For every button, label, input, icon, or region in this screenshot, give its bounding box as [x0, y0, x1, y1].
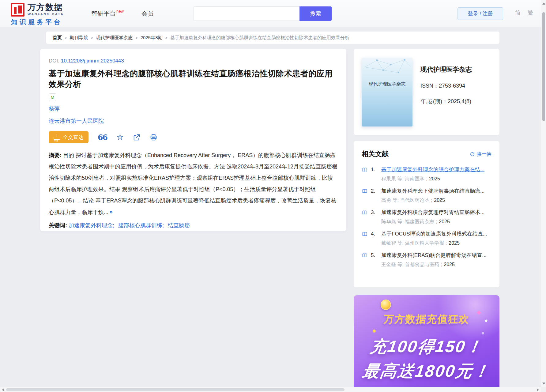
keywords-row: 关键词: 加速康复外科理念; 腹部核心肌群训练; 结直肠癌: [49, 222, 338, 229]
related-literature-card: 相关文献 换一换 1. 基于加速康复外科理念的综合护理方案在结... 程果果 等…: [354, 141, 499, 287]
related-item-number: 3.: [371, 209, 378, 216]
related-item-number: 5.: [371, 252, 378, 258]
search-input[interactable]: [194, 6, 299, 21]
related-item-meta: 高勇 等; 当代医药论丛 ;: [381, 198, 432, 203]
banner-offer-line1: 充100得150！: [354, 336, 499, 358]
related-item: 2. 加速康复外科理念下健脾解毒汤在结直肠癌... 高勇 等; 当代医药论丛 ;…: [362, 187, 491, 204]
abstract-label: 摘要:: [49, 152, 62, 158]
keywords-label: 关键词:: [49, 222, 67, 228]
scroll-up-arrow[interactable]: [542, 2, 545, 5]
related-item-link[interactable]: 加速康复外科理念下健脾解毒汤在结直肠癌...: [381, 187, 484, 194]
nav-member[interactable]: 会员: [141, 9, 154, 18]
wanfang-logo[interactable]: 万方数据 WANFANG DATA 知识服务平台: [11, 3, 64, 26]
volume-label: 年,卷(期)：: [420, 98, 448, 104]
gold-coin-icon: [381, 300, 391, 310]
new-badge: new: [116, 9, 124, 13]
related-item-year: 2025: [429, 176, 440, 181]
scroll-left-arrow[interactable]: [2, 388, 4, 391]
confetti-dot: [482, 332, 484, 334]
share-icon[interactable]: [133, 134, 141, 141]
book-icon: [362, 252, 368, 258]
related-item-year: 2025: [449, 240, 460, 246]
scroll-down-arrow[interactable]: [542, 383, 545, 385]
expand-abstract-icon[interactable]: »: [106, 210, 117, 214]
wanfang-logo-icon: [11, 3, 24, 17]
favorite-star-icon[interactable]: ☆: [116, 133, 124, 141]
cite-icon[interactable]: 66: [98, 133, 107, 142]
related-item-meta: 程果果 等; 海南医学 ;: [381, 176, 427, 181]
vertical-scrollbar[interactable]: [541, 0, 546, 392]
lang-traditional[interactable]: 繁: [528, 9, 533, 17]
lang-divider: [524, 10, 524, 16]
article-card: DOI: 10.12208/j.jmnm.20250443 基于加速康复外科理念…: [40, 49, 346, 231]
author-link[interactable]: 杨萍: [49, 105, 338, 112]
breadcrumb-journal-nav[interactable]: 期刊导航: [70, 35, 88, 41]
refresh-related-button[interactable]: 换一换: [470, 151, 491, 157]
journal-name[interactable]: 现代护理医学杂志: [420, 65, 472, 74]
book-icon: [362, 167, 368, 173]
medlive-badge[interactable]: M: [49, 93, 56, 101]
lang-simplified[interactable]: 简: [515, 9, 521, 17]
related-item-number: 1.: [371, 167, 378, 173]
fulltext-button[interactable]: ↓ free 全文直达: [49, 131, 88, 143]
nav-zhiyan-platform[interactable]: 智研平台new: [91, 9, 123, 18]
brand-name: 万方数据: [28, 3, 64, 12]
doi-link[interactable]: 10.12208/j.jmnm.20250443: [61, 58, 124, 64]
abstract-text: 摘要: 目的 探讨基于加速康复外科理念（Enhanced Recovery Af…: [49, 150, 338, 218]
recharge-promo-banner[interactable]: 万方数据充值狂欢 充100得150！ 最高送1800元！: [354, 295, 499, 392]
horizontal-scroll-thumb[interactable]: [6, 388, 345, 391]
brand-tagline: 知识服务平台: [11, 18, 64, 26]
related-item: 5. 加速康复外科(ERAS)联合健脾解毒汤在结直... 王金磊 等; 首都食品…: [362, 252, 491, 268]
breadcrumb-journal[interactable]: 现代护理医学杂志: [96, 35, 133, 41]
breadcrumb-separator: >: [65, 36, 67, 40]
related-item-link[interactable]: 基于加速康复外科理念的综合护理方案在结...: [381, 166, 484, 173]
related-item-link[interactable]: 加速康复外科(ERAS)联合健脾解毒汤在结直...: [381, 252, 487, 259]
related-item: 4. 基于FOCUS理论的加速康复外科模式在结直... 戴敏智 等; 温州医科大…: [362, 230, 491, 247]
search-box: 搜索: [194, 6, 332, 21]
breadcrumb-separator: >: [91, 36, 93, 40]
related-item-meta: 王金磊 等; 首都食品与医药 ;: [381, 262, 442, 267]
breadcrumb-separator: >: [135, 36, 138, 40]
refresh-icon: [470, 152, 475, 157]
article-title: 基于加速康复外科理念的腹部核心肌群训练在结直肠癌根治性切除术患者的应用效果分析: [49, 68, 338, 90]
book-icon: [362, 188, 368, 194]
related-item-number: 4.: [371, 231, 378, 237]
free-download-icon: ↓ free: [54, 134, 60, 141]
brand-name-en: WANFANG DATA: [28, 12, 64, 16]
breadcrumb-separator: >: [165, 36, 168, 40]
related-item: 1. 基于加速康复外科理念的综合护理方案在结... 程果果 等; 海南医学 ;2…: [362, 166, 491, 182]
vertical-scroll-thumb[interactable]: [542, 12, 545, 121]
keyword-link[interactable]: 腹部核心肌群训练;: [118, 222, 164, 228]
confetti-dot: [373, 330, 376, 333]
related-item-year: 2025: [444, 262, 455, 267]
doi-label: DOI:: [49, 58, 59, 64]
keyword-link[interactable]: 结直肠癌: [168, 222, 190, 228]
related-item-year: 2025: [434, 198, 445, 203]
breadcrumb-issue[interactable]: 2025年8期: [141, 35, 163, 41]
book-icon: [362, 231, 368, 237]
banner-title: 万方数据充值狂欢: [354, 312, 499, 326]
journal-cover[interactable]: 现代护理医学杂志: [362, 58, 412, 126]
scroll-right-arrow[interactable]: [537, 388, 539, 391]
print-icon[interactable]: [150, 134, 157, 141]
horizontal-scrollbar[interactable]: [0, 387, 541, 392]
related-item: 3. 加速康复外科联合康复理疗对胃结直肠癌术... 陈华燕 等; 福建医药杂志 …: [362, 209, 491, 225]
book-icon: [362, 209, 368, 216]
login-register-button[interactable]: 登录 / 注册: [458, 7, 503, 20]
journal-card: 现代护理医学杂志 现代护理医学杂志 ISSN：2753-6394 年,卷(期)：…: [354, 49, 499, 135]
related-title: 相关文献: [362, 149, 389, 159]
search-button[interactable]: 搜索: [299, 6, 332, 21]
affiliation-link[interactable]: 连云港市第一人民医院: [49, 117, 338, 125]
keyword-link[interactable]: 加速康复外科理念;: [69, 222, 114, 228]
scrollbar-corner: [541, 387, 546, 392]
related-item-link[interactable]: 加速康复外科联合康复理疗对胃结直肠癌术...: [381, 209, 484, 216]
volume-value: 2025,4(8): [448, 98, 471, 104]
banner-offer-line2: 最高送1800元！: [354, 360, 499, 383]
breadcrumb-current: 基于加速康复外科理念的腹部核心肌群训练在结直肠癌根治性切除术患者的应用效果分析: [170, 35, 349, 41]
related-item-link[interactable]: 基于FOCUS理论的加速康复外科模式在结直...: [381, 230, 487, 237]
breadcrumb: 首页 > 期刊导航 > 现代护理医学杂志 > 2025年8期 > 基于加速康复外…: [46, 32, 499, 44]
top-header: 万方数据 WANFANG DATA 知识服务平台 智研平台new 会员 搜索 登…: [0, 0, 546, 27]
breadcrumb-home[interactable]: 首页: [53, 35, 62, 41]
issn-label: ISSN：: [420, 83, 439, 89]
related-item-year: 2025: [439, 219, 450, 224]
